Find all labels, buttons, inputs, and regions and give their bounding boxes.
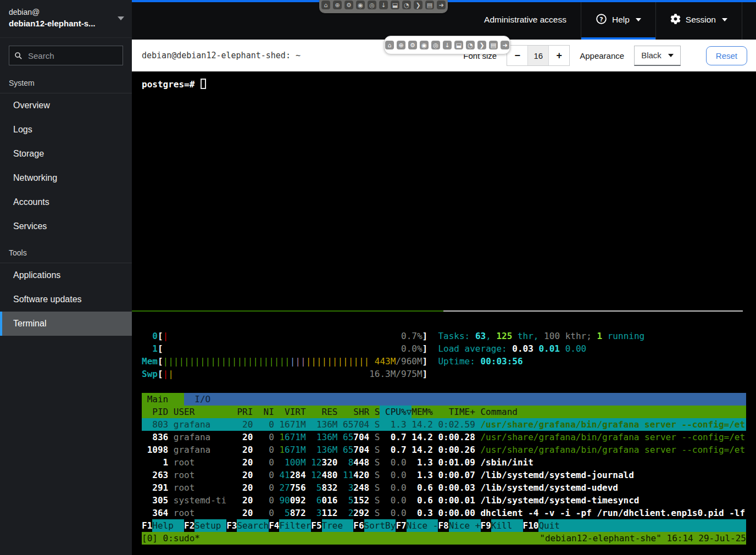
process-cell-mem: 14.2 [407,431,433,443]
fn-action-filter[interactable]: Filter [279,519,311,532]
terminal-cursor [201,79,206,89]
globe-icon[interactable]: ⊕ [397,41,405,49]
fn-key-f10: F10 [523,519,539,532]
htop-tab-io[interactable]: I/O [184,393,746,406]
process-cell-cpu: 0.0 [380,507,406,519]
process-cell-s: S [369,456,380,469]
fn-action-kill[interactable]: Kill [491,519,523,532]
column-header-mem[interactable]: MEM% [412,406,433,418]
process-row[interactable]: 305systemd-ti2009009260165152S0.00.60:00… [142,494,746,507]
sidebar-item-networking[interactable]: Networking [0,166,132,190]
column-header-s[interactable]: S [369,406,380,418]
terminal-screen[interactable]: postgres=# 0[|0.7%] Tasks: 63, 125 thr, … [132,71,756,555]
drop-icon[interactable]: ◉ [420,41,429,49]
fn-action-nice-[interactable]: Nice + [449,519,481,532]
clock-icon[interactable]: ◔ [402,1,411,9]
sidebar-item-overview[interactable]: Overview [0,93,132,118]
appearance-select[interactable]: Black [634,46,681,66]
fn-action-tree[interactable]: Tree [322,519,354,532]
column-header-pid[interactable]: PID [142,406,168,418]
sidebar-item-terminal[interactable]: Terminal [0,312,132,336]
process-cell-shr: 11420 [337,469,369,481]
process-row[interactable]: 1root200100M123208448S0.01.30:01.09/sbin… [142,456,746,469]
session-label: Session [686,15,716,25]
column-header-shr[interactable]: SHR [337,406,369,418]
sidebar-item-accounts[interactable]: Accounts [0,190,132,214]
sidebar: debian@ debian12-elephant-s... System Ov… [0,0,132,555]
fn-action-sortby[interactable]: SortBy [364,519,396,532]
process-cell-ni: 0 [253,431,274,443]
process-cell-pri: 20 [232,469,253,481]
column-header-pri[interactable]: PRI [232,406,253,418]
process-cell-virt: 41284 [274,469,306,481]
sidebar-item-services[interactable]: Services [0,214,132,238]
process-row[interactable]: 1098grafana2001671M136M65704S0.714.20:00… [142,443,746,456]
process-cell-virt: 5872 [274,507,306,519]
process-cell-cpu: 0.0 [380,469,406,481]
sidebar-item-software-updates[interactable]: Software updates [0,287,132,312]
process-row[interactable]: 263root200412841248011420S0.01.30:00.07/… [142,469,746,481]
sidebar-item-storage[interactable]: Storage [0,142,132,166]
terminal-prompt-icon[interactable]: ❯ [414,1,423,9]
column-header-cmd[interactable]: Command [475,406,746,418]
column-header-user[interactable]: USER [168,406,232,418]
appearance-value: Black [641,51,662,60]
column-header-virt[interactable]: VIRT [274,406,306,418]
reset-button[interactable]: Reset [706,46,747,65]
sidebar-item-logs[interactable]: Logs [0,118,132,142]
arrow-icon[interactable]: ➜ [501,41,509,49]
column-header-cpu[interactable]: CPU%▽ [380,406,412,418]
tray-icon[interactable]: ⬓ [454,41,463,49]
process-row[interactable]: 803grafana2001671M136M65704S1.314.20:02.… [142,418,746,431]
gear-icon[interactable]: ⚙ [408,41,417,49]
fn-action-search[interactable]: Search [237,519,269,532]
htop-tab-main[interactable]: Main [142,393,184,406]
help-menu[interactable]: ? Help [581,0,655,40]
process-cell-user: systemd-ti [168,494,232,507]
clock-target-icon[interactable]: ◎ [368,1,376,9]
process-cell-pri: 20 [232,418,253,431]
administrative-access-button[interactable]: Administrative access [470,0,581,40]
keyboard-icon[interactable]: ▤ [425,1,434,9]
home-icon[interactable]: ⌂ [321,1,330,9]
gear-icon[interactable]: ⚙ [344,1,353,9]
process-cell-virt: 1671M [274,443,306,456]
keyboard-icon[interactable]: ▤ [489,41,498,49]
administrative-access-label: Administrative access [484,15,566,25]
process-cell-res: 12320 [306,456,338,469]
process-cell-res: 3112 [306,507,338,519]
session-menu[interactable]: Session [656,0,742,40]
process-cell-cmd: /sbin/init [475,456,746,469]
process-cell-pid: 836 [142,431,168,443]
process-row[interactable]: 291root2002775658323248S0.00.60:00.03/li… [142,481,746,494]
process-row[interactable]: 364root200587231122292S0.00.30:00.00dhcl… [142,507,746,519]
column-header-time[interactable]: TIME+ [433,406,475,418]
terminal-prompt-icon[interactable]: ❯ [477,41,486,49]
fn-action-nice-[interactable]: Nice - [407,519,438,532]
arrow-icon[interactable]: ➜ [437,1,446,9]
process-cell-cpu: 0.7 [380,443,406,456]
sidebar-item-applications[interactable]: Applications [0,263,132,287]
download-icon[interactable]: ↓ [443,41,452,49]
search-input[interactable] [9,46,123,65]
fn-action-quit[interactable]: Quit [538,519,570,532]
htop-meter-swp: Swp[||16.3M/975M] [142,368,746,380]
drop-icon[interactable]: ◉ [356,1,365,9]
clock-target-icon[interactable]: ◎ [431,41,440,49]
tray-icon[interactable]: ⬓ [391,1,399,9]
font-size-increase-button[interactable]: + [549,46,569,65]
home-icon[interactable]: ⌂ [385,41,394,49]
process-row[interactable]: 836grafana2001671M136M65704S0.714.20:00.… [142,431,746,443]
process-cell-time: 0:00.01 [433,494,475,507]
column-header-ni[interactable]: NI [253,406,274,418]
htop-pane: 0[|0.7%] Tasks: 63, 125 thr, 100 kthr; 1… [142,330,746,545]
clock-icon[interactable]: ◔ [466,41,475,49]
host-switcher[interactable]: debian@ debian12-elephant-s... [0,0,132,38]
globe-icon[interactable]: ⊕ [333,1,342,9]
process-cell-mem: 1.3 [407,456,433,469]
column-header-res[interactable]: RES [306,406,338,418]
download-icon[interactable]: ↓ [379,1,388,9]
process-cell-virt: 100M [274,456,306,469]
fn-action-setup[interactable]: Setup [194,519,226,532]
fn-action-help[interactable]: Help [152,519,184,532]
